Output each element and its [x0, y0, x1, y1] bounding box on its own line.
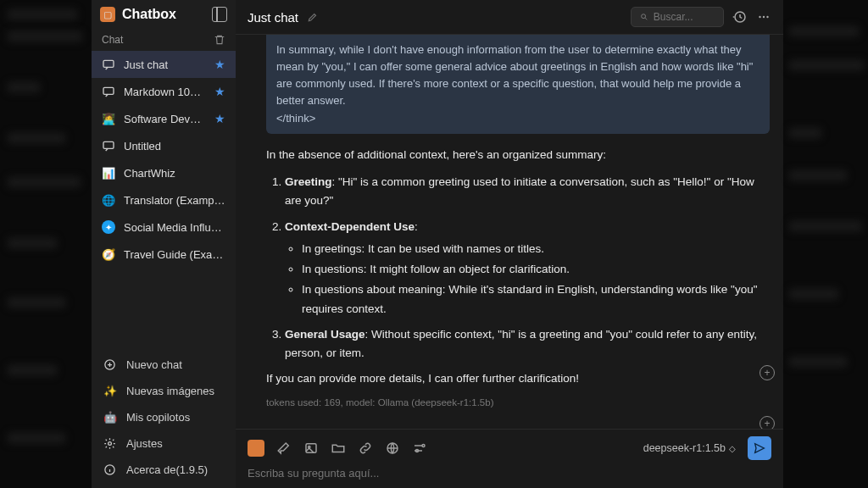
collapse-sidebar-icon[interactable] [212, 7, 227, 22]
about-button[interactable]: Acerca de(1.9.5) [92, 457, 236, 483]
app-title: Chatbox [122, 7, 205, 22]
sidebar-item-untitled[interactable]: Untitled [92, 132, 236, 159]
sidebar-item-just-chat[interactable]: Just chat ★ [92, 51, 236, 78]
message-meta: tokens used: 169, model: Ollama (deepsee… [266, 397, 770, 408]
svg-rect-1 [103, 87, 114, 94]
more-icon[interactable] [756, 9, 771, 25]
chat-icon [102, 58, 115, 71]
ai-message: In the absence of additional context, he… [266, 146, 770, 389]
gear-icon [103, 437, 116, 450]
star-icon: ★ [214, 112, 225, 125]
sidebar: ▢ Chatbox Chat Just chat ★ Markdown 101 … [92, 0, 236, 488]
search-icon [640, 12, 648, 22]
svg-point-4 [108, 442, 112, 446]
send-button[interactable] [748, 436, 771, 460]
svg-rect-2 [103, 141, 114, 148]
svg-rect-19 [306, 444, 316, 453]
svg-point-6 [642, 14, 646, 19]
copilots-button[interactable]: 🤖 Mis copilotos [92, 404, 236, 430]
composer-logo [248, 440, 264, 457]
link-icon[interactable] [358, 441, 373, 456]
think-block: In summary, while I don't have enough in… [266, 35, 770, 134]
svg-point-10 [766, 16, 768, 18]
sidebar-item-chartwhiz[interactable]: 📊 ChartWhiz [92, 159, 236, 186]
dev-icon: 👩‍💻 [102, 112, 115, 125]
section-label: Chat [102, 34, 123, 46]
add-below-button[interactable]: + [760, 416, 775, 429]
image-icon[interactable] [303, 441, 319, 456]
sidebar-item-travel[interactable]: 🧭 Travel Guide (Example) [92, 241, 236, 268]
page-title: Just chat [248, 10, 298, 25]
composer: deepseek-r1:1.5b◇ [236, 429, 783, 488]
svg-rect-0 [103, 60, 114, 67]
info-icon [103, 463, 116, 476]
svg-point-9 [763, 16, 765, 18]
chat-list: Just chat ★ Markdown 101 (Ex... ★ 👩‍💻 So… [92, 51, 236, 347]
settings-button[interactable]: Ajustes [92, 430, 236, 457]
chat-icon [102, 139, 115, 152]
sidebar-item-software[interactable]: 👩‍💻 Software Develop... ★ [92, 105, 236, 132]
copilot-icon: 🤖 [103, 411, 116, 424]
globe-icon: 🌐 [102, 193, 115, 207]
star-icon: ★ [214, 85, 225, 98]
svg-point-8 [759, 16, 760, 18]
new-chat-button[interactable]: Nuevo chat [92, 352, 236, 378]
eraser-icon[interactable] [276, 441, 292, 456]
plus-icon [103, 358, 116, 371]
folder-icon[interactable] [331, 441, 346, 456]
conversation: In summary, while I don't have enough in… [236, 35, 783, 429]
add-below-button[interactable]: + [760, 365, 775, 380]
web-icon[interactable] [385, 441, 400, 456]
sidebar-item-markdown[interactable]: Markdown 101 (Ex... ★ [92, 78, 236, 105]
message-input[interactable] [248, 465, 771, 481]
sidebar-item-translator[interactable]: 🌐 Translator (Example) [92, 186, 236, 214]
edit-title-icon[interactable] [307, 11, 319, 23]
chart-icon: 📊 [102, 166, 115, 180]
topbar: Just chat [236, 0, 783, 35]
app-logo: ▢ [100, 7, 115, 22]
settings-toggle-icon[interactable] [412, 441, 427, 456]
travel-icon: 🧭 [102, 247, 115, 261]
search-input[interactable] [654, 11, 715, 23]
trash-icon[interactable] [214, 34, 225, 46]
star-icon: ★ [214, 58, 225, 71]
chat-icon [102, 85, 115, 98]
sidebar-item-social[interactable]: ✦ Social Media Influencer ... [92, 214, 236, 241]
new-images-button[interactable]: ✨ Nuevas imágenes [92, 378, 236, 404]
social-icon: ✦ [102, 220, 115, 234]
history-icon[interactable] [732, 9, 748, 25]
svg-point-22 [422, 445, 425, 447]
search-box[interactable] [631, 7, 724, 27]
sparkle-icon: ✨ [103, 385, 116, 397]
model-selector[interactable]: deepseek-r1:1.5b◇ [643, 442, 736, 454]
